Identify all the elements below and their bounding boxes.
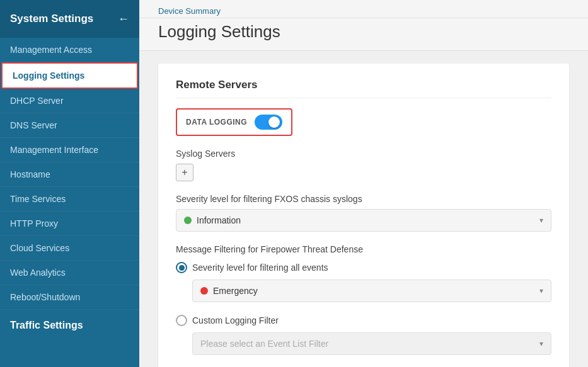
main-content: Device Summary Logging Settings Remote S… [139,0,588,367]
severity-select[interactable]: Information ▾ [176,209,551,232]
radio-severity-label: Severity level for filtering all events [192,263,328,273]
section-title: Remote Servers [176,79,551,98]
custom-filter-placeholder: Please select an Event List Filter [200,339,328,349]
emergency-select-left: Emergency [200,286,258,296]
toggle-thumb [268,116,280,128]
sidebar-item-http-proxy[interactable]: HTTP Proxy [0,212,139,236]
emergency-value: Emergency [213,286,258,296]
sidebar-item-hostname[interactable]: Hostname [0,162,139,187]
sidebar-item-web-analytics[interactable]: Web Analytics [0,261,139,285]
sidebar-item-management-access[interactable]: Management Access [0,38,139,62]
radio-custom[interactable] [176,315,187,326]
traffic-settings-header: Traffic Settings [0,312,139,336]
add-syslog-button[interactable]: + [176,164,193,181]
radio-severity[interactable] [176,262,187,273]
sidebar-nav: Management Access Logging Settings DHCP … [0,38,139,367]
severity-label: Severity level for filtering FXOS chassi… [176,194,551,204]
emergency-select[interactable]: Emergency ▾ [192,279,551,302]
radio-row-custom: Custom Logging Filter [176,315,551,326]
msg-filter-section: Message Filtering for Firepower Threat D… [176,244,551,355]
msg-filter-title: Message Filtering for Firepower Threat D… [176,244,551,254]
sidebar-header: System Settings ← [0,0,139,38]
breadcrumb-bar: Device Summary [139,0,588,18]
sidebar-item-dhcp-server[interactable]: DHCP Server [0,89,139,113]
data-logging-toggle[interactable] [255,115,282,130]
sidebar-item-dns-server[interactable]: DNS Server [0,113,139,138]
data-logging-row: DATA LOGGING [176,108,292,136]
content-area: Remote Servers DATA LOGGING Syslog Serve… [139,51,588,367]
custom-filter-select[interactable]: Please select an Event List Filter ▾ [192,332,551,355]
sidebar-item-reboot-shutdown[interactable]: Reboot/Shutdown [0,285,139,310]
sidebar-item-time-services[interactable]: Time Services [0,187,139,212]
sidebar-item-logging-settings[interactable]: Logging Settings [1,62,138,89]
severity-value: Information [197,215,241,225]
sidebar-item-management-interface[interactable]: Management Interface [0,138,139,162]
custom-filter-wrapper: Please select an Event List Filter ▾ [192,332,551,355]
page-title: Logging Settings [139,18,588,51]
back-arrow[interactable]: ← [118,13,129,26]
toggle-track [255,115,282,130]
card: Remote Servers DATA LOGGING Syslog Serve… [158,64,569,367]
custom-filter-chevron-icon: ▾ [539,339,543,348]
radio-custom-label: Custom Logging Filter [192,315,279,325]
severity-select-left: Information [184,215,241,225]
radio-row-severity: Severity level for filtering all events [176,262,551,273]
syslog-servers-label: Syslog Servers [176,149,551,159]
sidebar-item-cloud-services[interactable]: Cloud Services [0,236,139,261]
sidebar-title: System Settings [10,13,93,25]
emergency-chevron-icon: ▾ [539,286,543,295]
sidebar: System Settings ← Management Access Logg… [0,0,139,367]
severity-chevron-icon: ▾ [539,216,543,225]
severity-dot [184,217,192,224]
data-logging-label: DATA LOGGING [186,118,247,127]
emergency-dot [200,287,208,295]
breadcrumb[interactable]: Device Summary [158,6,221,16]
emergency-select-wrapper: Emergency ▾ [192,279,551,302]
